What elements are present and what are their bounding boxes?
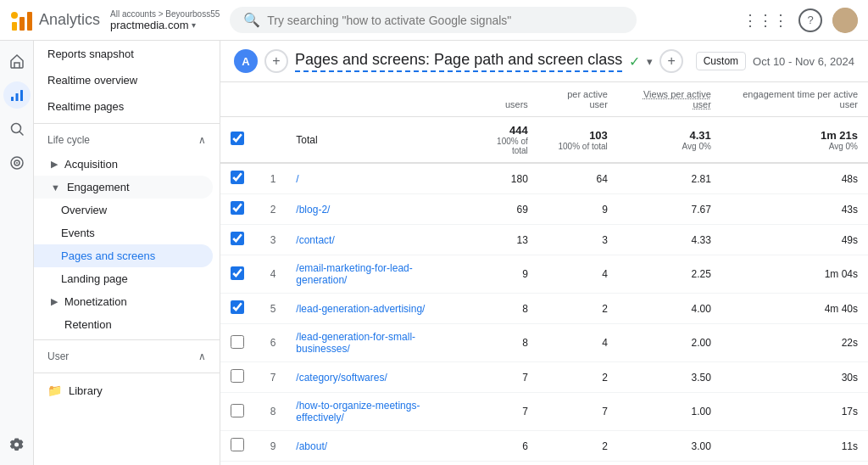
svg-rect-1 — [19, 17, 25, 31]
report-status-icon: ✓ — [629, 53, 640, 70]
col-avg-header: Views per active user — [618, 82, 721, 117]
row-per: 2 — [538, 294, 618, 324]
main-content: A + Pages and screens: Page path and scr… — [220, 41, 868, 465]
row-users: 13 — [469, 225, 538, 255]
row-path[interactable]: / — [286, 163, 468, 194]
sidebar-item-landing-page[interactable]: Landing page — [34, 267, 213, 290]
nav-advertising-button[interactable] — [3, 149, 31, 176]
table-row: 2 /blog-2/ 69 9 7.67 43s — [220, 194, 868, 225]
row-users: 6 — [469, 431, 538, 462]
settings-icon — [8, 436, 25, 453]
row-path[interactable]: /contact/ — [286, 225, 468, 255]
row-users: 7 — [469, 362, 538, 393]
row-checkbox[interactable] — [231, 404, 244, 417]
top-right-actions: ⋮⋮⋮ ? — [743, 8, 858, 33]
row-checkbox[interactable] — [231, 266, 244, 280]
row-users: 69 — [469, 194, 538, 225]
svg-rect-5 — [15, 93, 18, 101]
sidebar-item-events[interactable]: Events — [34, 221, 213, 244]
left-nav-icons — [0, 41, 34, 465]
add-comparison-button[interactable]: + — [264, 49, 288, 73]
grid-icon[interactable]: ⋮⋮⋮ — [743, 11, 788, 30]
sidebar-item-realtime-pages[interactable]: Realtime pages — [34, 93, 213, 120]
table-total-row: Total 444 100% of total 103 100% of tota… — [220, 117, 868, 164]
search-input[interactable] — [267, 14, 623, 27]
report-options-button[interactable]: ▾ — [647, 55, 653, 68]
total-per: 103 100% of total — [538, 117, 618, 164]
row-per: 7 — [538, 462, 618, 466]
total-users: 444 100% of total — [469, 117, 538, 164]
sidebar-item-acquisition[interactable]: ▶ Acquisition — [34, 153, 213, 176]
logo-text: Analytics — [39, 11, 100, 29]
row-checkbox[interactable] — [231, 335, 244, 349]
sidebar-item-label: Realtime overview — [47, 74, 137, 87]
row-users: 6 — [469, 462, 538, 466]
sidebar-item-engagement[interactable]: ▼ Engagement — [34, 176, 213, 199]
help-icon[interactable]: ? — [798, 8, 822, 32]
row-path[interactable]: /how-to-organize-meetings-effectively/ — [286, 393, 468, 431]
add-report-button[interactable]: + — [659, 49, 683, 73]
sidebar-item-retention[interactable]: Retention — [34, 313, 213, 336]
row-per: 4 — [538, 255, 618, 294]
row-per: 7 — [538, 393, 618, 431]
nav-reports-button[interactable] — [3, 81, 31, 109]
svg-rect-4 — [11, 97, 14, 101]
total-checkbox[interactable] — [231, 132, 244, 145]
row-path[interactable]: /email-marketing-for-lead-generation/ — [286, 255, 468, 294]
report-title: Pages and screens: Page path and screen … — [295, 51, 622, 72]
row-checkbox[interactable] — [231, 438, 244, 451]
nav-home-button[interactable] — [3, 48, 31, 75]
row-path[interactable]: /about/ — [286, 431, 468, 462]
sidebar-item-reports-snapshot[interactable]: Reports snapshot — [34, 41, 213, 67]
row-checkbox[interactable] — [231, 369, 244, 383]
sidebar-item-realtime-overview[interactable]: Realtime overview — [34, 67, 213, 93]
row-per: 9 — [538, 194, 618, 225]
sidebar-item-overview[interactable]: Overview — [34, 199, 213, 221]
row-checkbox[interactable] — [231, 201, 244, 215]
row-avg: 7.67 — [618, 194, 721, 225]
row-checkbox[interactable] — [231, 171, 244, 184]
nav-settings-button[interactable] — [3, 431, 31, 458]
row-avg: 4.33 — [618, 225, 721, 255]
row-num: 1 — [254, 163, 286, 194]
total-label: Total — [286, 117, 468, 164]
sidebar: Reports snapshot Realtime overview Realt… — [34, 41, 220, 465]
row-time: 30s — [721, 362, 868, 393]
sidebar-section-lifecycle[interactable]: Life cycle ∧ — [34, 127, 220, 153]
nav-explore-button[interactable] — [3, 115, 31, 143]
sidebar-item-monetization[interactable]: ▶ Monetization — [34, 290, 213, 313]
row-path[interactable]: /category/softwares/ — [286, 362, 468, 393]
table-row: 8 /how-to-organize-meetings-effectively/… — [220, 393, 868, 431]
account-info: All accounts > Beyourboss55 practmedia.c… — [110, 9, 220, 31]
row-num: 8 — [254, 393, 286, 431]
svg-rect-6 — [20, 90, 23, 101]
collapse-icon: ▼ — [51, 182, 60, 193]
row-path[interactable]: /lead-generation-advertising/ — [286, 294, 468, 324]
row-time: 17s — [721, 393, 868, 431]
svg-point-10 — [16, 162, 18, 164]
row-users: 7 — [469, 393, 538, 431]
row-checkbox[interactable] — [231, 232, 244, 245]
row-per: 2 — [538, 362, 618, 393]
row-num: 10 — [254, 462, 286, 466]
analytics-logo-icon — [10, 8, 34, 32]
sidebar-item-pages-and-screens[interactable]: Pages and screens — [34, 244, 213, 267]
sidebar-section-user[interactable]: User ∧ — [34, 344, 220, 369]
row-path[interactable]: /blog-2/ — [286, 194, 468, 225]
row-path[interactable]: /gohighlevel-review/ — [286, 462, 468, 466]
sidebar-item-library[interactable]: 📁 Library — [34, 377, 220, 404]
expand-icon: ▶ — [51, 159, 58, 170]
avatar[interactable] — [832, 8, 858, 33]
segment-a-button[interactable]: A — [234, 49, 258, 73]
data-table-container: users per active user Views per active u… — [220, 82, 868, 465]
row-checkbox[interactable] — [231, 300, 244, 314]
svg-point-7 — [11, 124, 20, 133]
logo-area: Analytics — [10, 8, 100, 32]
col-per-header: per active user — [538, 82, 618, 117]
row-users: 8 — [469, 294, 538, 324]
account-name[interactable]: practmedia.com ▾ — [110, 19, 220, 31]
search-bar[interactable]: 🔍 — [230, 7, 637, 33]
row-path[interactable]: /lead-generation-for-small-businesses/ — [286, 324, 468, 362]
date-range: Custom Oct 10 - Nov 6, 2024 — [696, 52, 854, 70]
row-avg: 2.00 — [618, 324, 721, 362]
